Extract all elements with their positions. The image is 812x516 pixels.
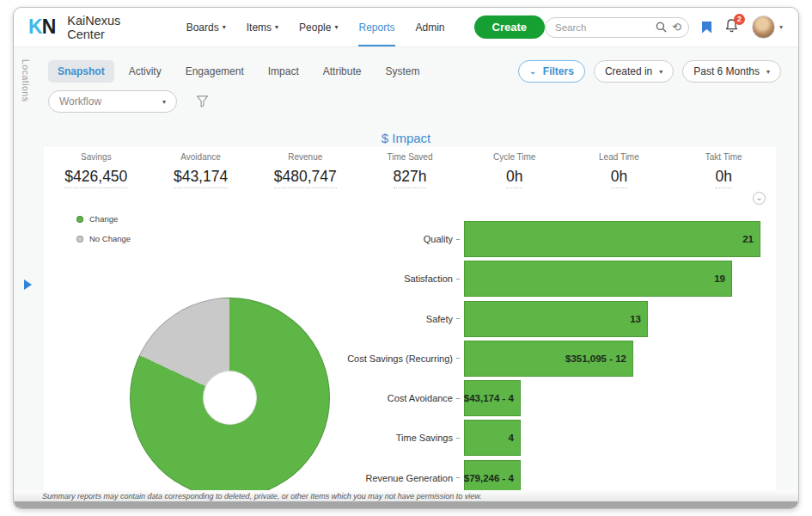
chevron-down-icon: ▾ xyxy=(162,98,166,106)
chevron-down-icon: ▾ xyxy=(275,23,278,31)
bar-value-label: $351,095 - 12 xyxy=(565,353,626,364)
bar-row: Satisfaction19 xyxy=(44,261,764,297)
bar[interactable]: 13 xyxy=(464,301,648,337)
bookmark-icon[interactable] xyxy=(702,22,711,34)
bar-category-label: Cost Avoidance xyxy=(44,393,456,403)
create-button[interactable]: Create xyxy=(474,15,545,39)
stat-savings: Savings $426,450 xyxy=(44,152,149,188)
funnel-icon[interactable] xyxy=(196,95,209,108)
bar-category-label: Safety xyxy=(44,314,456,324)
report-tabs-row: Snapshot Activity Engagement Impact Attr… xyxy=(48,59,781,83)
bar-row: Quality21 xyxy=(44,221,764,257)
screenshot-stage: K N KaiNexus Center Boards ▾ Items ▾ Peo… xyxy=(0,0,812,516)
bar-chart: Quality21Satisfaction19Safety13Cost Savi… xyxy=(44,221,764,500)
stat-avoidance: Avoidance $43,174 xyxy=(149,152,253,188)
workflow-dropdown[interactable]: Workflow ▾ xyxy=(48,90,177,113)
axis-tick xyxy=(456,358,460,359)
horizontal-scrollbar[interactable] xyxy=(14,501,798,508)
bar-row: Cost Savings (Recurring)$351,095 - 12 xyxy=(44,341,764,377)
header-right-group: ⟲ 2 ▾ xyxy=(545,15,783,39)
report-footnote-bar: Summary reports may contain data corresp… xyxy=(14,490,798,501)
bar-category-label: Cost Savings (Recurring) xyxy=(44,353,456,364)
stat-value[interactable]: $43,174 xyxy=(174,168,228,188)
stat-cycle-time: Cycle Time 0h xyxy=(462,152,567,188)
bar[interactable]: 19 xyxy=(464,261,732,297)
logo-letter-k: K xyxy=(28,15,42,39)
nav-admin[interactable]: Admin xyxy=(416,8,445,46)
chevron-down-icon: ⌄ xyxy=(529,67,536,76)
bar-row: Time Savings4 xyxy=(44,420,764,456)
nav-people[interactable]: People ▾ xyxy=(299,8,338,46)
bar-value-label: 13 xyxy=(630,314,641,324)
bar-value-label: 21 xyxy=(742,234,754,244)
nav-reports[interactable]: Reports xyxy=(358,8,394,46)
kainexus-logo[interactable]: K N xyxy=(28,15,55,39)
bar-category-label: Revenue Generation xyxy=(44,473,456,483)
axis-tick xyxy=(456,318,460,319)
notification-badge: 2 xyxy=(734,14,745,25)
filter-controls: ⌄ Filters Created in ▾ Past 6 Months ▾ xyxy=(518,60,781,83)
app-window: K N KaiNexus Center Boards ▾ Items ▾ Peo… xyxy=(13,7,799,509)
chevron-down-icon: ▾ xyxy=(779,23,783,31)
date-range-dropdown[interactable]: Past 6 Months ▾ xyxy=(682,60,781,83)
bar[interactable]: $43,174 - 4 xyxy=(464,380,521,416)
tab-attribute[interactable]: Attribute xyxy=(314,60,371,83)
bar-row: Cost Avoidance$43,174 - 4 xyxy=(44,380,764,416)
report-footnote-text: Summary reports may contain data corresp… xyxy=(42,492,482,501)
tab-impact[interactable]: Impact xyxy=(259,60,308,83)
stat-value[interactable]: $480,747 xyxy=(274,168,337,188)
stat-value[interactable]: 0h xyxy=(506,168,522,188)
chevron-down-icon: ▾ xyxy=(223,23,226,31)
filters-button[interactable]: ⌄ Filters xyxy=(518,60,585,83)
stat-value[interactable]: $426,450 xyxy=(64,168,127,188)
chevron-down-icon: ▾ xyxy=(334,23,338,31)
bar-value-label: 4 xyxy=(509,433,514,443)
search-input[interactable] xyxy=(555,22,656,33)
main-nav: Boards ▾ Items ▾ People ▾ Reports Admin xyxy=(186,8,445,46)
bar-category-label: Time Savings xyxy=(44,433,456,443)
axis-tick xyxy=(456,279,460,280)
search-history-icon[interactable]: ⟲ xyxy=(672,22,681,33)
bar[interactable]: 21 xyxy=(464,221,760,257)
bar-row: Safety13 xyxy=(44,301,764,337)
axis-tick xyxy=(456,239,460,240)
nav-boards[interactable]: Boards ▾ xyxy=(186,8,226,46)
tab-system[interactable]: System xyxy=(375,60,429,83)
bar[interactable]: 4 xyxy=(464,420,521,456)
workflow-filter-row: Workflow ▾ xyxy=(48,89,209,114)
notifications-button[interactable]: 2 xyxy=(724,18,739,37)
stat-value[interactable]: 0h xyxy=(611,168,627,188)
bar[interactable]: $351,095 - 12 xyxy=(464,341,633,377)
stat-value[interactable]: 0h xyxy=(715,168,731,188)
tab-activity[interactable]: Activity xyxy=(119,60,171,83)
stat-value[interactable]: 827h xyxy=(394,168,427,188)
search-icon[interactable] xyxy=(656,22,667,33)
stat-time-saved: Time Saved 827h xyxy=(357,152,462,188)
tab-snapshot[interactable]: Snapshot xyxy=(48,60,114,83)
tab-engagement[interactable]: Engagement xyxy=(176,60,253,83)
locations-panel-collapsed[interactable]: Locations xyxy=(14,47,44,508)
expand-panel-arrow-icon[interactable] xyxy=(24,280,32,290)
axis-tick xyxy=(456,398,460,399)
collapse-section-icon[interactable]: ⌄ xyxy=(753,192,766,205)
bar-value-label: $43,174 - 4 xyxy=(464,393,514,403)
bar-value-label: $79,246 - 4 xyxy=(464,473,514,483)
stat-lead-time: Lead Time 0h xyxy=(567,152,672,188)
created-in-dropdown[interactable]: Created in ▾ xyxy=(594,60,674,83)
search-box[interactable]: ⟲ xyxy=(545,17,689,38)
user-menu[interactable]: ▾ xyxy=(752,15,783,39)
app-title: KaiNexus Center xyxy=(67,14,151,41)
bar-category-label: Quality xyxy=(44,234,456,244)
report-title: $ Impact xyxy=(14,131,798,145)
chevron-down-icon: ▾ xyxy=(766,68,770,76)
top-nav-bar: K N KaiNexus Center Boards ▾ Items ▾ Peo… xyxy=(14,8,798,47)
bar-value-label: 19 xyxy=(714,273,725,284)
axis-tick xyxy=(456,477,460,478)
stat-takt-time: Takt Time 0h xyxy=(671,152,776,188)
impact-stats-row: Savings $426,450 Avoidance $43,174 Reven… xyxy=(44,152,776,188)
logo-letter-n: N xyxy=(42,15,56,39)
axis-tick xyxy=(456,438,460,439)
nav-items[interactable]: Items ▾ xyxy=(247,8,278,46)
stat-revenue: Revenue $480,747 xyxy=(253,152,357,188)
avatar xyxy=(752,15,775,39)
